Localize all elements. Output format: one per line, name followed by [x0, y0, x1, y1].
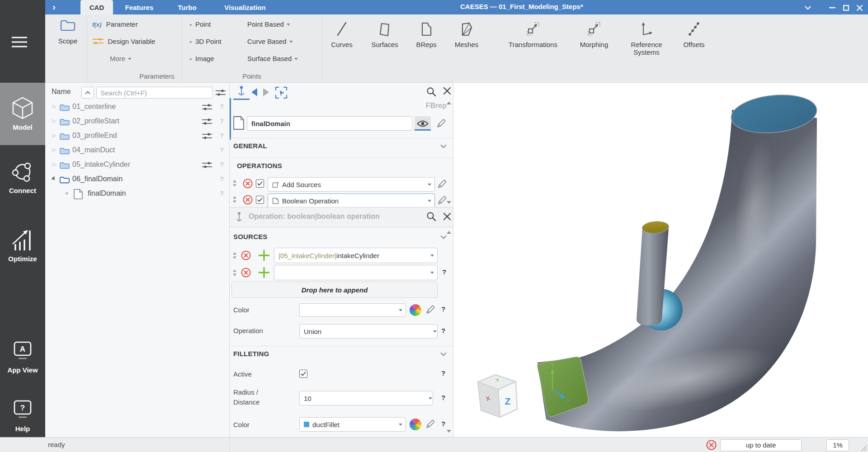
help-question-icon[interactable]: ? — [442, 268, 446, 276]
collapse-all-button[interactable] — [81, 87, 94, 99]
design-variable-button[interactable]: Design Variable — [92, 37, 155, 45]
meshes-button[interactable]: Meshes — [440, 19, 493, 48]
design-variables-icon[interactable] — [202, 103, 212, 111]
search-icon[interactable] — [426, 86, 437, 99]
delete-icon[interactable] — [241, 250, 251, 261]
filleting-active-checkbox[interactable] — [299, 370, 307, 378]
expand-icon[interactable]: ▷ — [52, 132, 56, 138]
sidebar-item-model[interactable]: Model — [0, 83, 45, 145]
section-filleting[interactable]: FILLETING — [230, 346, 453, 362]
nav-cube[interactable]: Y X Z — [478, 375, 517, 417]
history-back-icon[interactable] — [251, 88, 257, 96]
reorder-handle-icon[interactable] — [232, 252, 237, 259]
parameter-button[interactable]: f(x) Parameter — [92, 20, 138, 28]
operation-enabled-checkbox[interactable] — [256, 179, 264, 188]
tree-row-child[interactable]: + finalDomain ? — [45, 187, 229, 201]
scroll-down-icon[interactable] — [447, 201, 451, 204]
sidebar-item-optimize[interactable]: Optimize — [0, 227, 45, 268]
section-general[interactable]: GENERAL — [230, 138, 453, 154]
chevron-down-icon[interactable] — [440, 352, 447, 356]
scroll-down-icon[interactable] — [447, 430, 451, 433]
scope-button[interactable]: Scope — [52, 19, 84, 45]
image-button[interactable]: Image — [190, 55, 214, 63]
update-error-icon[interactable] — [706, 439, 717, 451]
viewport-3d[interactable]: Y Y X Z — [453, 83, 868, 437]
section-sources[interactable]: SOURCES — [230, 229, 453, 245]
help-question-icon[interactable]: ? — [220, 189, 224, 197]
expand-icon[interactable]: ▷ — [52, 104, 56, 109]
edit-pencil-icon[interactable] — [437, 179, 448, 191]
titlebar-chevron-down-icon[interactable] — [803, 4, 813, 12]
help-question-icon[interactable]: ? — [220, 175, 224, 183]
help-question-icon[interactable]: ? — [441, 420, 445, 428]
tree-row[interactable]: ▷ 03_profileEnd ? — [45, 129, 229, 143]
color-wheel-icon[interactable] — [410, 419, 421, 430]
sidebar-item-help[interactable]: ? Help — [0, 399, 45, 437]
sidebar-item-app-view[interactable]: A App View — [0, 340, 45, 381]
object-name-input[interactable] — [247, 116, 412, 131]
help-question-icon[interactable]: ? — [220, 117, 224, 125]
delete-icon[interactable] — [241, 267, 251, 278]
search-icon[interactable] — [426, 211, 437, 224]
pin-icon[interactable] — [236, 212, 242, 223]
tree-row-selected[interactable]: 06_finalDomain ? — [45, 172, 229, 187]
color-wheel-icon[interactable] — [410, 304, 421, 316]
dropdown-icon[interactable] — [399, 309, 402, 311]
delete-icon[interactable] — [242, 178, 253, 189]
reorder-handle-icon[interactable] — [232, 179, 237, 187]
help-question-icon[interactable]: ? — [220, 103, 224, 110]
design-variables-icon[interactable] — [202, 118, 212, 126]
curve-based-menu[interactable]: Curve Based — [247, 38, 293, 46]
help-question-icon[interactable]: ? — [441, 327, 445, 334]
tab-visualization[interactable]: Visualization — [210, 0, 280, 14]
pick-object-icon[interactable] — [275, 86, 288, 101]
expand-icon[interactable]: ▷ — [52, 147, 56, 153]
transformations-button[interactable]: Transformations — [507, 19, 559, 48]
morphing-button[interactable]: Morphing — [568, 19, 620, 48]
close-icon[interactable] — [854, 4, 864, 12]
hamburger-menu-icon[interactable] — [11, 36, 28, 50]
history-forward-icon[interactable] — [263, 88, 269, 96]
resize-grip-icon[interactable] — [861, 445, 867, 452]
help-question-icon[interactable]: ? — [441, 305, 445, 313]
section-operations[interactable]: OPERATIONS — [230, 158, 453, 174]
dropdown-icon[interactable] — [433, 330, 437, 333]
tree-row[interactable]: ▷ 05_intakeCylinder ? — [45, 158, 229, 172]
dropdown-icon[interactable] — [430, 272, 434, 274]
design-variables-icon[interactable] — [202, 161, 212, 169]
dropdown-icon[interactable] — [428, 184, 431, 186]
tree-row[interactable]: ▷ 04_mainDuct ? — [45, 143, 229, 158]
collapse-icon[interactable] — [51, 176, 57, 181]
tree-row[interactable]: ▷ 02_profileStart ? — [45, 114, 229, 129]
tree-column-header[interactable]: Name — [52, 88, 71, 96]
help-question-icon[interactable]: ? — [220, 160, 224, 168]
reference-systems-button[interactable]: Reference Systems — [620, 19, 673, 56]
point-button[interactable]: Point — [190, 20, 211, 28]
tab-cad[interactable]: CAD — [80, 0, 113, 14]
edit-pencil-icon[interactable] — [437, 195, 448, 207]
dropdown-icon[interactable] — [399, 424, 402, 426]
dropdown-icon[interactable] — [428, 200, 431, 202]
color-input[interactable] — [299, 303, 406, 317]
tab-features[interactable]: Features — [114, 0, 165, 14]
update-status-button[interactable]: up to date — [720, 439, 802, 451]
maximize-icon[interactable] — [841, 4, 851, 12]
design-variables-icon[interactable] — [202, 132, 212, 140]
pin-object-button[interactable] — [233, 85, 250, 100]
surface-based-menu[interactable]: Surface Based — [247, 55, 298, 63]
operation-item-add-sources[interactable]: Add Sources — [268, 177, 435, 192]
scroll-up-icon[interactable] — [447, 102, 451, 104]
fillet-color-input[interactable]: ductFillet — [299, 417, 406, 432]
operation-enabled-checkbox[interactable] — [256, 196, 264, 204]
more-button[interactable]: More — [110, 55, 132, 63]
help-question-icon[interactable]: ? — [441, 369, 445, 377]
reorder-handle-icon[interactable] — [232, 196, 237, 203]
close-panel-icon[interactable] — [443, 86, 452, 97]
reorder-handle-icon[interactable] — [232, 269, 237, 277]
add-source-icon[interactable] — [258, 249, 270, 262]
delete-icon[interactable] — [242, 194, 253, 205]
source-input[interactable]: |05_intakeCylinder| intakeCylinder — [274, 248, 438, 263]
search-input[interactable] — [96, 87, 213, 99]
expand-icon[interactable]: ▷ — [52, 161, 56, 167]
rename-pencil-icon[interactable] — [436, 118, 447, 131]
